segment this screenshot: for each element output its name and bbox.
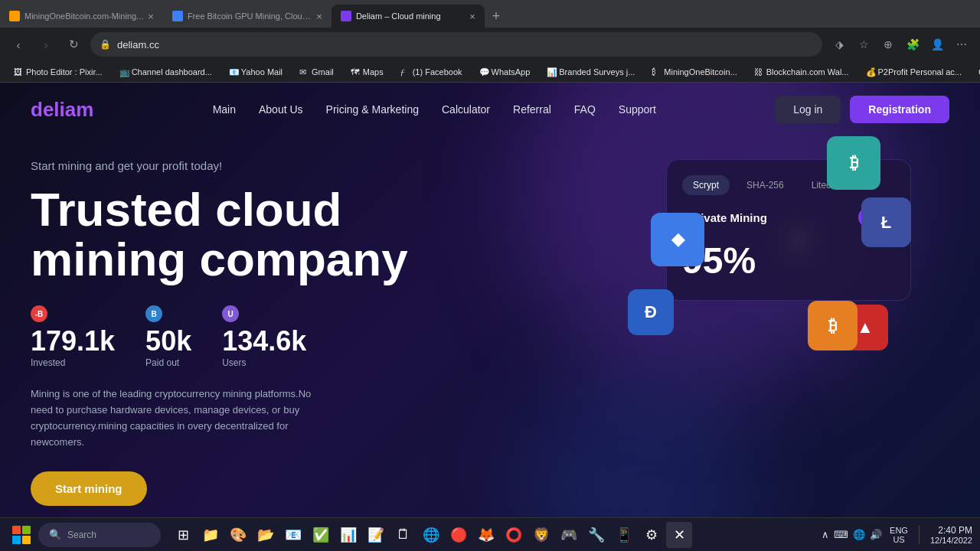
tab-2-favicon bbox=[172, 11, 183, 21]
bookmark-p2profit[interactable]: 💰 P2Profit Personal ac... bbox=[860, 66, 968, 78]
taskbar-app-tool[interactable]: 🔧 bbox=[583, 522, 609, 548]
tray-network[interactable]: 🌐 bbox=[853, 529, 865, 540]
bookmark-maps[interactable]: 🗺 Maps bbox=[345, 66, 390, 78]
forward-button[interactable]: › bbox=[35, 34, 57, 55]
tab-3-title: Deliam – Cloud mining bbox=[356, 11, 465, 21]
win-logo-green bbox=[22, 526, 31, 534]
stat-invested-icon: -B bbox=[31, 305, 47, 322]
stat-users: U 134.6k Users bbox=[222, 305, 306, 368]
taskbar-app-folder[interactable]: 📂 bbox=[253, 522, 279, 548]
bookmark-favicon: 💰 bbox=[866, 67, 875, 77]
nav-pricing[interactable]: Pricing & Marketing bbox=[326, 103, 419, 116]
start-button[interactable] bbox=[8, 521, 35, 549]
taskbar-app-opera[interactable]: ⭕ bbox=[501, 522, 527, 548]
settings-icon[interactable]: ⋯ bbox=[951, 34, 972, 55]
tray-keyboard[interactable]: ⌨ bbox=[834, 529, 848, 540]
taskbar-app-widgets[interactable]: ⊞ bbox=[170, 522, 196, 548]
taskbar-app-word[interactable]: 📝 bbox=[363, 522, 389, 548]
taskbar: 🔍 Search ⊞ 📁 🎨 📂 📧 ✅ 📊 📝 🗒 🌐 🔴 🦊 ⭕ 🦁 🎮 🔧… bbox=[0, 517, 980, 551]
bookmark-icon[interactable]: ☆ bbox=[853, 34, 874, 55]
lock-icon: 🔒 bbox=[100, 39, 111, 50]
language-indicator[interactable]: ENGUS bbox=[890, 526, 908, 544]
taskbar-app-firefox[interactable]: 🦊 bbox=[473, 522, 499, 548]
bookmark-favicon: 🗺 bbox=[351, 67, 360, 77]
tab-1[interactable]: MiningOneBitcoin.com-Mining... × bbox=[0, 5, 163, 28]
hero-tagline: Start mining and get your profit today! bbox=[31, 159, 949, 172]
bookmark-blockchain[interactable]: ⛓ Blockchain.com Wal... bbox=[748, 66, 855, 78]
bookmark-label: Gmail bbox=[312, 67, 334, 77]
bookmark-gmail[interactable]: ✉ Gmail bbox=[293, 66, 340, 78]
toolbar-icons: ⬗ ☆ ⊕ 🧩 👤 ⋯ bbox=[828, 34, 972, 55]
taskbar-app-tasks[interactable]: ✅ bbox=[308, 522, 334, 548]
login-button[interactable]: Log in bbox=[775, 96, 841, 123]
back-button[interactable]: ‹ bbox=[8, 34, 29, 55]
bookmark-label: Maps bbox=[363, 67, 384, 77]
tab-bar: MiningOneBitcoin.com-Mining... × Free Bi… bbox=[0, 0, 980, 28]
system-tray: ∧ ⌨ 🌐 🔊 bbox=[822, 529, 882, 540]
taskbar-app-gaming[interactable]: 🎮 bbox=[556, 522, 582, 548]
taskbar-app-chrome[interactable]: 🔴 bbox=[446, 522, 472, 548]
bookmark-whatsapp[interactable]: 💬 WhatsApp bbox=[473, 66, 537, 78]
nav-main[interactable]: Main bbox=[213, 103, 236, 116]
refresh-button[interactable]: ↻ bbox=[63, 34, 84, 55]
taskbar-search[interactable]: 🔍 Search bbox=[38, 523, 161, 547]
bookmark-label: Blockchain.com Wal... bbox=[766, 67, 849, 77]
hero-title-line1: Trusted cloud bbox=[31, 183, 341, 236]
edge-icon[interactable]: ⊕ bbox=[877, 34, 899, 55]
bookmark-photo-editor[interactable]: 🖼 Photo Editor : Pixir... bbox=[8, 66, 109, 78]
tab-3[interactable]: Deliam – Cloud mining × bbox=[332, 5, 485, 28]
search-icon: 🔍 bbox=[49, 529, 61, 540]
bookmark-yahoo[interactable]: 📧 Yahoo Mail bbox=[223, 66, 289, 78]
taskbar-app-extra[interactable]: 📱 bbox=[611, 522, 637, 548]
bookmark-favicon: 💬 bbox=[479, 67, 488, 77]
bookmark-favicon: ✉ bbox=[299, 67, 309, 77]
tab-2-close[interactable]: × bbox=[316, 11, 322, 22]
stats-row: -B 179.1k Invested B 50k Paid out U bbox=[31, 305, 949, 368]
tray-volume[interactable]: 🔊 bbox=[870, 529, 882, 540]
extensions-icon[interactable]: 🧩 bbox=[902, 34, 923, 55]
register-button[interactable]: Registration bbox=[850, 96, 949, 123]
clock-area[interactable]: 2:40 PM 12/14/2022 bbox=[930, 525, 972, 545]
taskbar-app-close[interactable]: ✕ bbox=[666, 522, 692, 548]
taskbar-app-notes[interactable]: 🗒 bbox=[390, 522, 416, 548]
new-tab-button[interactable]: + bbox=[485, 5, 508, 28]
site-navbar: deliam Main About Us Pricing & Marketing… bbox=[0, 83, 980, 136]
site-logo[interactable]: deliam bbox=[31, 98, 93, 122]
start-mining-button[interactable]: Start mining bbox=[31, 471, 147, 506]
bookmark-mining[interactable]: ₿ MiningOneBitcoin... bbox=[645, 66, 743, 78]
win-logo-blue bbox=[12, 536, 21, 544]
bookmark-channel[interactable]: 📺 Channel dashboard... bbox=[113, 66, 218, 78]
cast-icon[interactable]: ⬗ bbox=[828, 34, 850, 55]
taskbar-app-edge[interactable]: 🌐 bbox=[418, 522, 444, 548]
tab-1-favicon bbox=[9, 11, 20, 21]
tab-2[interactable]: Free Bitcoin GPU Mining, Cloud... × bbox=[163, 5, 332, 28]
tab-1-close[interactable]: × bbox=[148, 11, 154, 22]
taskbar-app-extra2[interactable]: ⚙ bbox=[639, 522, 665, 548]
taskbar-app-excel[interactable]: 📊 bbox=[335, 522, 361, 548]
nav-about[interactable]: About Us bbox=[259, 103, 303, 116]
taskbar-app-files[interactable]: 📁 bbox=[198, 522, 224, 548]
bookmark-facebook[interactable]: 𝓯 (1) Facebook bbox=[394, 66, 469, 78]
address-bar[interactable]: 🔒 deliam.cc bbox=[90, 32, 822, 57]
nav-faq[interactable]: FAQ bbox=[574, 103, 596, 116]
bookmark-adsense[interactable]: G Google AdSense bbox=[972, 66, 980, 78]
tray-expand[interactable]: ∧ bbox=[822, 529, 829, 540]
search-placeholder: Search bbox=[67, 530, 96, 540]
bookmark-favicon: 📊 bbox=[547, 67, 556, 77]
tab-3-close[interactable]: × bbox=[469, 11, 475, 22]
nav-support[interactable]: Support bbox=[619, 103, 656, 116]
clock-time: 2:40 PM bbox=[930, 525, 972, 536]
taskbar-app-email[interactable]: 📧 bbox=[280, 522, 306, 548]
tab-1-title: MiningOneBitcoin.com-Mining... bbox=[24, 11, 143, 21]
nav-referral[interactable]: Referral bbox=[513, 103, 551, 116]
taskbar-app-paint[interactable]: 🎨 bbox=[225, 522, 251, 548]
bookmark-label: WhatsApp bbox=[492, 67, 531, 77]
hero-section: Start mining and get your profit today! … bbox=[0, 136, 980, 506]
bookmark-surveys[interactable]: 📊 Branded Surveys j... bbox=[541, 66, 641, 78]
stat-users-icon: U bbox=[222, 305, 239, 322]
profile-icon[interactable]: 👤 bbox=[926, 34, 948, 55]
stat-invested: -B 179.1k Invested bbox=[31, 305, 115, 368]
taskbar-app-brave[interactable]: 🦁 bbox=[528, 522, 554, 548]
nav-calculator[interactable]: Calculator bbox=[442, 103, 490, 116]
taskbar-apps: ⊞ 📁 🎨 📂 📧 ✅ 📊 📝 🗒 🌐 🔴 🦊 ⭕ 🦁 🎮 🔧 📱 ⚙ ✕ bbox=[170, 522, 692, 548]
